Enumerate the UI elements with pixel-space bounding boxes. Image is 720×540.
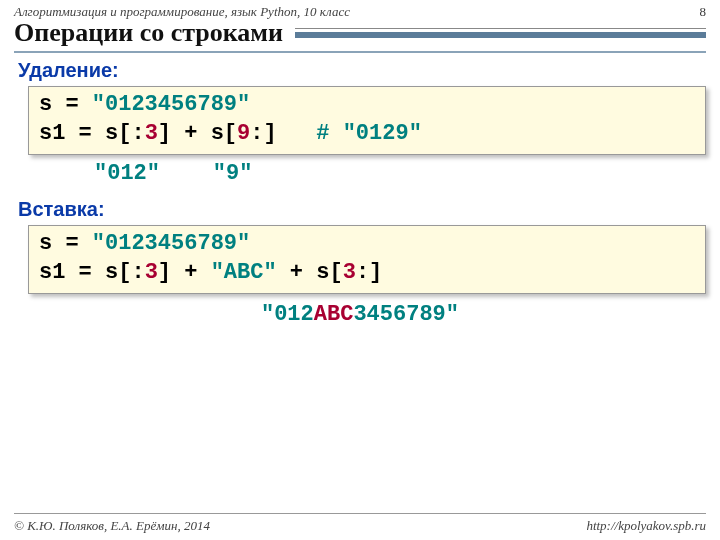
footer-copyright: © К.Ю. Поляков, Е.А. Ерёмин, 2014 [14, 518, 210, 534]
slide: Алгоритмизация и программирование, язык … [0, 0, 720, 540]
page-number: 8 [700, 4, 707, 20]
title-decoration [295, 28, 706, 38]
title-row: Операции со строками [0, 18, 720, 48]
code-line: s1 = s[:3] + s[9:] # "0129" [39, 120, 695, 149]
course-header: Алгоритмизация и программирование, язык … [0, 0, 720, 20]
delete-annotation: "012" "9" [28, 157, 720, 192]
code-line: s = "0123456789" [39, 230, 695, 259]
footer-divider [14, 513, 706, 514]
insert-result: "012ABC3456789" [0, 296, 720, 327]
section-insert-label: Вставка: [0, 192, 720, 223]
code-box-insert: s = "0123456789" s1 = s[:3] + "ABC" + s[… [28, 225, 706, 294]
footer-url: http://kpolyakov.spb.ru [586, 518, 706, 534]
code-box-delete: s = "0123456789" s1 = s[:3] + s[9:] # "0… [28, 86, 706, 155]
slide-title: Операции со строками [14, 18, 295, 48]
section-delete-label: Удаление: [0, 53, 720, 84]
code-line: s1 = s[:3] + "ABC" + s[3:] [39, 259, 695, 288]
code-line: s = "0123456789" [39, 91, 695, 120]
footer: © К.Ю. Поляков, Е.А. Ерёмин, 2014 http:/… [0, 518, 720, 534]
